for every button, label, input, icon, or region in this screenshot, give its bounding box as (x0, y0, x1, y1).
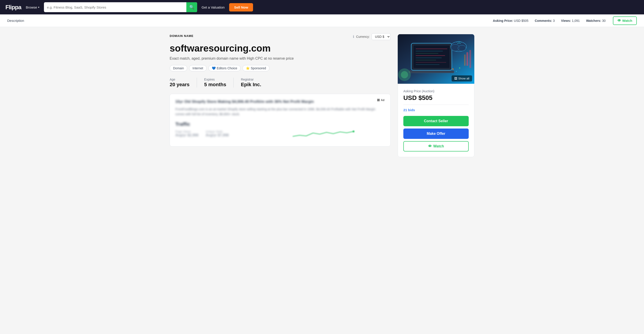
watchers-meta: Watchers: 30 (586, 19, 606, 22)
sticky-bar: Description Asking Price: USD $505 Comme… (0, 14, 644, 27)
svg-rect-15 (409, 71, 454, 73)
svg-point-20 (459, 67, 460, 69)
image-icon: 🖼 (377, 99, 380, 102)
bids-divider (403, 105, 469, 105)
browse-menu[interactable]: Browse ▾ (26, 5, 40, 9)
listing-meta: Asking Price: USD $505 Comments: 3 Views… (493, 19, 606, 22)
tag-internet[interactable]: Internet (189, 65, 206, 71)
asking-price-meta: Asking Price: USD $505 (493, 19, 528, 22)
chevron-down-icon: ▾ (38, 6, 40, 9)
watch-button-sidebar[interactable]: 👁 Watch (403, 141, 469, 152)
listing-image: 🖼 Show all (398, 34, 474, 84)
bids-link[interactable]: 21 bids (403, 108, 469, 112)
show-all-button[interactable]: 🖼 Show all (452, 75, 472, 81)
domain-title: softwaresourcing.com (170, 43, 390, 54)
domain-subtitle: Exact match, aged, premium domain name w… (170, 56, 390, 61)
make-offer-button[interactable]: Make Offer (403, 129, 469, 139)
svg-rect-21 (466, 52, 468, 66)
svg-point-18 (452, 68, 454, 70)
blurred-unique-visits: Unique Visits Avg/yr $7,998 (206, 130, 229, 137)
blurred-page-views: Page Views Avg/yr $2,998 (175, 130, 198, 137)
search-bar: 🔍 (44, 2, 197, 12)
tag-editors-choice[interactable]: 💙 Editors Choice (208, 65, 241, 71)
svg-rect-23 (464, 54, 466, 66)
eye-icon: 👁 (618, 19, 621, 23)
sidebar-card: Asking Price (Auction) USD $505 21 bids … (398, 84, 474, 157)
svg-point-17 (401, 71, 408, 78)
description-nav[interactable]: Description (7, 19, 24, 22)
blurred-content-card: 🖼 Ad 10yr Old Shopify Store Making $4,00… (170, 94, 390, 147)
currency-row: ℹ Currency: USD $ EUR € GBP £ (353, 33, 390, 40)
asking-price-label: Asking Price (Auction) (403, 89, 469, 93)
comments-meta: Comments: 3 (535, 19, 555, 22)
svg-point-0 (353, 131, 354, 132)
tag-sponsored[interactable]: ⭐ Sponsored (242, 65, 270, 71)
info-icon: ℹ (353, 35, 354, 39)
asking-price-value: USD $505 (403, 94, 469, 102)
sell-now-button[interactable]: Sell Now (229, 3, 253, 11)
tag-domain[interactable]: Domain (170, 65, 187, 71)
domain-section-label: DOMAIN NAME (170, 34, 194, 38)
stat-age: Age 20 years (170, 78, 197, 88)
content-right: 🖼 Show all Asking Price (Auction) USD $5… (398, 34, 474, 157)
heart-icon: 💙 (212, 66, 216, 70)
svg-point-19 (456, 71, 457, 72)
image-gallery-icon: 🖼 (454, 77, 457, 80)
star-icon: ⭐ (246, 66, 250, 70)
search-icon: 🔍 (189, 5, 194, 10)
stats-row: Age 20 years Expires 5 months Registrar … (170, 78, 390, 88)
watch-button-sticky[interactable]: 👁 Watch (613, 16, 637, 25)
currency-label: Currency: (356, 35, 370, 38)
blurred-text: FrontFoodBingo.com is an at-market Shopi… (175, 107, 385, 117)
get-valuation-link[interactable]: Get a Valuation (202, 5, 225, 9)
eye-icon-sidebar: 👁 (428, 144, 432, 148)
stat-registrar: Registrar Epik Inc. (241, 78, 268, 88)
svg-rect-22 (469, 50, 471, 68)
svg-point-14 (458, 45, 466, 51)
search-button[interactable]: 🔍 (186, 2, 197, 12)
content-left: DOMAIN NAME ℹ Currency: USD $ EUR € GBP … (170, 34, 390, 157)
navbar: Flippa Browse ▾ 🔍 Get a Valuation Sell N… (0, 0, 644, 14)
contact-seller-button[interactable]: Contact Seller (403, 116, 469, 126)
tags-row: Domain Internet 💙 Editors Choice ⭐ Spons… (170, 65, 390, 71)
flippa-logo: Flippa (6, 4, 22, 11)
currency-select[interactable]: USD $ EUR € GBP £ (372, 33, 390, 40)
blurred-title: 10yr Old Shopify Store Making $4,006.40 … (175, 100, 385, 104)
chart-area (264, 123, 385, 141)
badge-overlay: 🖼 Ad (375, 98, 387, 103)
stat-expires: Expires 5 months (204, 78, 234, 88)
views-meta: Views: 1,091 (561, 19, 580, 22)
search-input[interactable] (44, 5, 186, 9)
main-container: DOMAIN NAME ℹ Currency: USD $ EUR € GBP … (164, 27, 480, 164)
